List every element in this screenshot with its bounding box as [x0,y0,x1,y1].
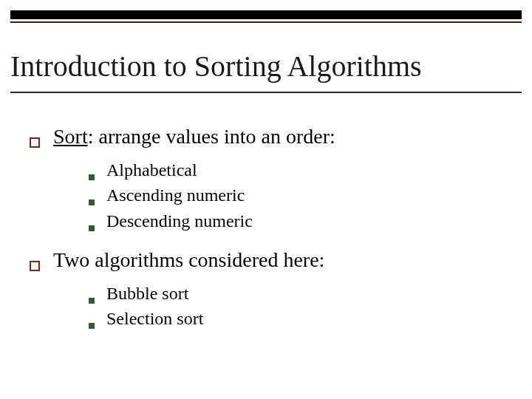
square-bullet-icon [89,200,95,205]
list-item: Sort: arrange values into an order: [30,123,502,151]
term-underlined: Sort [53,125,88,148]
square-bullet-icon [89,174,95,180]
sublist: Alphabetical Ascending numeric Descendin… [89,158,502,233]
list-item-text: Two algorithms considered here: [53,246,324,274]
sublist: Bubble sort Selection sort [89,282,502,331]
sub-list-item: Alphabetical [89,158,502,182]
square-bullet-icon [89,225,95,231]
sub-list-item-text: Bubble sort [106,282,188,305]
list-item-rest: Two algorithms considered here: [53,248,324,271]
list-item-text: Sort: arrange values into an order: [53,123,335,151]
sub-list-item-text: Descending numeric [106,209,253,233]
top-accent-bar [10,10,522,19]
square-outline-bullet-icon [30,137,40,148]
square-bullet-icon [89,323,95,329]
slide-title: Introduction to Sorting Algorithms [10,50,522,83]
sub-list-item-text: Selection sort [106,307,203,330]
slide: Introduction to Sorting Algorithms Sort:… [0,0,532,399]
top-sub-accent-bar [10,21,522,23]
sub-list-item: Bubble sort [89,282,502,305]
sub-list-item: Descending numeric [89,209,502,233]
square-bullet-icon [89,298,95,304]
slide-body: Sort: arrange values into an order: Alph… [30,111,502,344]
square-outline-bullet-icon [30,261,40,271]
sub-list-item-text: Alphabetical [106,158,197,182]
title-underline [10,92,522,93]
list-item: Two algorithms considered here: [30,246,502,274]
sub-list-item: Ascending numeric [89,183,502,207]
list-item-rest: : arrange values into an order: [88,125,335,148]
sub-list-item-text: Ascending numeric [106,183,245,207]
sub-list-item: Selection sort [89,307,502,330]
